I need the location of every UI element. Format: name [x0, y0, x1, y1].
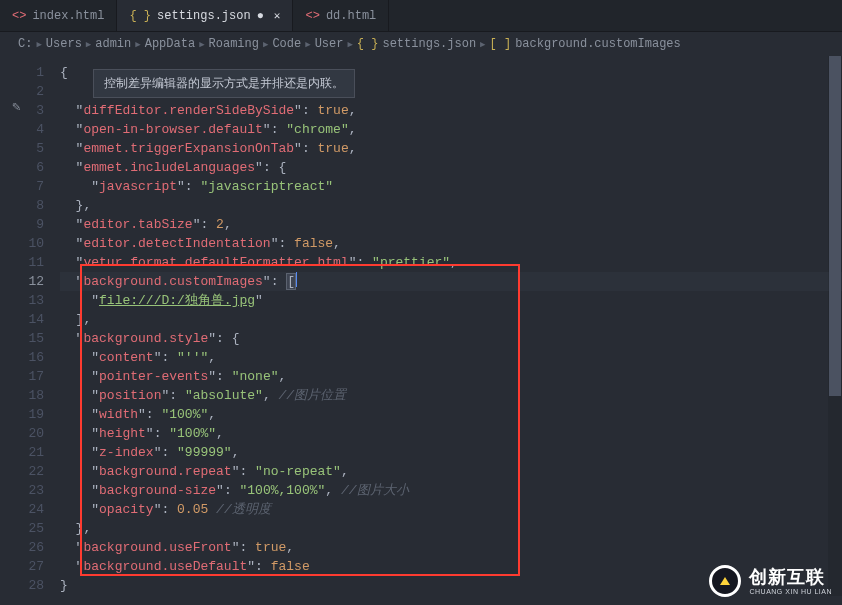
line-number: 6 — [0, 158, 44, 177]
code-line[interactable]: "opacity": 0.05 //透明度 — [60, 500, 842, 519]
breadcrumb-segment[interactable]: User — [315, 37, 344, 51]
line-number: 9 — [0, 215, 44, 234]
line-number: 14 — [0, 310, 44, 329]
line-number: 21 — [0, 443, 44, 462]
dirty-indicator-icon: ● — [257, 9, 264, 23]
line-number: 19 — [0, 405, 44, 424]
vertical-scrollbar[interactable] — [828, 56, 842, 596]
tab-settings-json[interactable]: { }settings.json●✕ — [117, 0, 293, 31]
chevron-right-icon: ▶ — [86, 39, 91, 50]
line-number: 8 — [0, 196, 44, 215]
line-number: 2 — [0, 82, 44, 101]
tab-index-html[interactable]: <>index.html — [0, 0, 117, 31]
code-line[interactable]: "z-index": "99999", — [60, 443, 842, 462]
line-number-gutter: 1234567891011121314151617181920212223242… — [0, 56, 60, 605]
breadcrumb-segment[interactable]: AppData — [145, 37, 195, 51]
line-number: 26 — [0, 538, 44, 557]
line-number: 17 — [0, 367, 44, 386]
code-line[interactable]: ], — [60, 310, 842, 329]
line-number: 24 — [0, 500, 44, 519]
line-number: 20 — [0, 424, 44, 443]
chevron-right-icon: ▶ — [347, 39, 352, 50]
scrollbar-thumb[interactable] — [829, 56, 841, 396]
code-line[interactable]: "editor.detectIndentation": false, — [60, 234, 842, 253]
json-file-icon: { } — [357, 37, 379, 51]
line-number: 3 — [0, 101, 44, 120]
file-icon: <> — [305, 9, 319, 23]
code-line[interactable]: "height": "100%", — [60, 424, 842, 443]
chevron-right-icon: ▶ — [305, 39, 310, 50]
code-line[interactable]: "javascript": "javascriptreact" — [60, 177, 842, 196]
line-number: 16 — [0, 348, 44, 367]
file-icon: { } — [129, 9, 151, 23]
breadcrumb-segment[interactable]: admin — [95, 37, 131, 51]
code-line[interactable]: "background.useFront": true, — [60, 538, 842, 557]
line-number: 27 — [0, 557, 44, 576]
line-number: 23 — [0, 481, 44, 500]
code-line[interactable]: }, — [60, 519, 842, 538]
code-line[interactable]: "position": "absolute", //图片位置 — [60, 386, 842, 405]
breadcrumb-file[interactable]: settings.json — [382, 37, 476, 51]
line-number: 18 — [0, 386, 44, 405]
line-number: 22 — [0, 462, 44, 481]
tab-label: index.html — [32, 9, 104, 23]
code-line[interactable]: "background.style": { — [60, 329, 842, 348]
breadcrumb-segment[interactable]: C: — [18, 37, 32, 51]
breadcrumb-symbol[interactable]: background.customImages — [515, 37, 681, 51]
chevron-right-icon: ▶ — [199, 39, 204, 50]
hover-tooltip: 控制差异编辑器的显示方式是并排还是内联。 — [93, 69, 355, 98]
code-line[interactable]: "vetur.format.defaultFormatter.html": "p… — [60, 253, 842, 272]
code-line[interactable]: "open-in-browser.default": "chrome", — [60, 120, 842, 139]
logo-icon — [709, 565, 741, 597]
array-icon: [ ] — [490, 37, 512, 51]
text-cursor — [296, 272, 297, 287]
breadcrumb-segment[interactable]: Code — [272, 37, 301, 51]
chevron-right-icon: ▶ — [36, 39, 41, 50]
code-line[interactable]: "background.customImages": [ — [60, 272, 842, 291]
breadcrumb-segment[interactable]: Roaming — [209, 37, 259, 51]
code-line[interactable]: "file:///D:/独角兽.jpg" — [60, 291, 842, 310]
code-line[interactable]: "emmet.includeLanguages": { — [60, 158, 842, 177]
tab-dd-html[interactable]: <>dd.html — [293, 0, 389, 31]
code-line[interactable]: "pointer-events": "none", — [60, 367, 842, 386]
code-line[interactable]: "background.repeat": "no-repeat", — [60, 462, 842, 481]
tab-label: settings.json — [157, 9, 251, 23]
line-number: 11 — [0, 253, 44, 272]
line-number: 25 — [0, 519, 44, 538]
line-number: 5 — [0, 139, 44, 158]
breadcrumbs[interactable]: C:▶Users▶admin▶AppData▶Roaming▶Code▶User… — [0, 32, 842, 56]
code-line[interactable]: "emmet.triggerExpansionOnTab": true, — [60, 139, 842, 158]
tab-bar: <>index.html{ }settings.json●✕<>dd.html — [0, 0, 842, 32]
tab-label: dd.html — [326, 9, 376, 23]
breadcrumb-segment[interactable]: Users — [46, 37, 82, 51]
code-line[interactable]: }, — [60, 196, 842, 215]
line-number: 28 — [0, 576, 44, 595]
close-icon[interactable]: ✕ — [274, 9, 281, 22]
line-number: 7 — [0, 177, 44, 196]
chevron-right-icon: ▶ — [480, 39, 485, 50]
line-number: 4 — [0, 120, 44, 139]
watermark-logo: 创新互联 CHUANG XIN HU LIAN — [709, 565, 832, 597]
watermark-text-cn: 创新互联 — [749, 568, 832, 586]
line-number: 10 — [0, 234, 44, 253]
code-line[interactable]: "content": "''", — [60, 348, 842, 367]
code-line[interactable]: "diffEditor.renderSideBySide": true, — [60, 101, 842, 120]
line-number: 15 — [0, 329, 44, 348]
pencil-icon: ✎ — [12, 98, 20, 115]
line-number: 1 — [0, 63, 44, 82]
code-area[interactable]: 控制差异编辑器的显示方式是并排还是内联。 { "diffEditor.rende… — [60, 56, 842, 605]
editor[interactable]: ✎ 12345678910111213141516171819202122232… — [0, 56, 842, 605]
code-line[interactable]: "width": "100%", — [60, 405, 842, 424]
code-line[interactable]: "background-size": "100%,100%", //图片大小 — [60, 481, 842, 500]
line-number: 12 — [0, 272, 44, 291]
code-line[interactable]: "editor.tabSize": 2, — [60, 215, 842, 234]
line-number: 13 — [0, 291, 44, 310]
watermark-text-en: CHUANG XIN HU LIAN — [749, 588, 832, 595]
file-icon: <> — [12, 9, 26, 23]
chevron-right-icon: ▶ — [135, 39, 140, 50]
chevron-right-icon: ▶ — [263, 39, 268, 50]
